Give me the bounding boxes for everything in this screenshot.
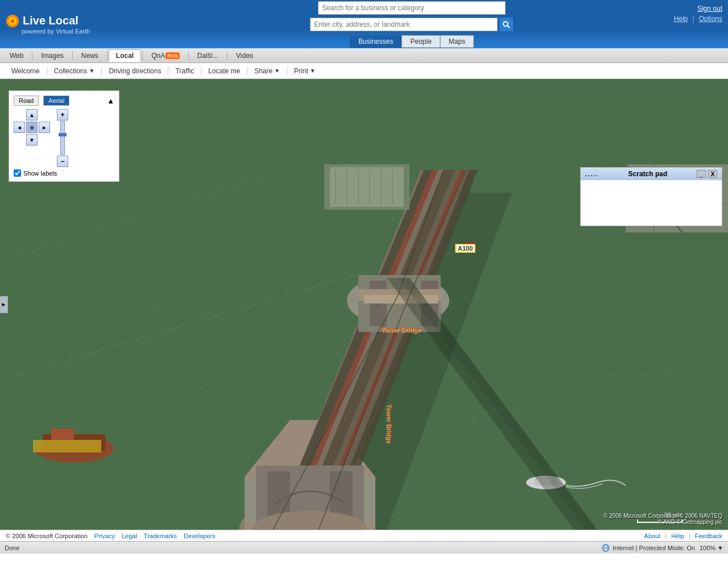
status-right: Internet | Protected Mode: On 100% ▼ [601,543,723,552]
show-labels-text: Show labels [23,170,57,177]
toolbar-collections[interactable]: Collections ▼ [48,65,101,77]
nav-controls: ▲ ◄ ⊕ ► ▼ [14,109,50,167]
show-labels-row: Show labels [14,169,114,177]
sign-area: Sign out Help | Options [674,5,722,23]
svg-line-4 [507,26,510,28]
footer-privacy-link[interactable]: Privacy [94,533,115,539]
zoom-out-button[interactable]: − [57,156,68,167]
tab-businesses[interactable]: Businesses [350,35,402,48]
search-location-input[interactable] [310,18,498,31]
options-link[interactable]: Options [699,15,722,23]
footer: © 2006 Microsoft Corporation Privacy Leg… [0,530,728,541]
toolbar-separator [287,66,287,76]
zoom-track[interactable] [60,121,65,155]
sign-out-link[interactable]: Sign out [697,5,722,13]
print-arrow-icon: ▼ [310,68,316,74]
toolbar-locate-me[interactable]: Locate me [202,65,246,77]
footer-legal-link[interactable]: Legal [122,533,137,539]
zoom-slider: + − [57,109,68,167]
globe-icon [601,543,610,552]
footer-help-link[interactable]: Help [671,533,684,539]
nav-tab-web[interactable]: Web [2,49,31,62]
nav-tab-news[interactable]: News [74,49,106,62]
copyright-line2: © AND © Getmapping plc [603,519,722,525]
nav-tab-images[interactable]: Images [34,49,71,62]
footer-developers-link[interactable]: Developers [184,533,216,539]
footer-right: About | Help | Feedback [644,533,722,539]
show-labels-checkbox[interactable] [14,169,21,177]
logo-area: Live Local powered by Virtual Earth [6,14,90,35]
scratch-pad-dots: ..... [585,171,599,177]
nav-right-button[interactable]: ► [39,122,50,133]
nav-center-button[interactable]: ⊕ [26,122,38,133]
nav-tab-video[interactable]: Video [229,49,260,62]
footer-trademarks-link[interactable]: Trademarks [144,533,177,539]
zoom-level: 100% ▼ [700,544,723,551]
search-tabs: Businesses People Maps [350,35,474,48]
toolbar-separator [201,66,201,76]
map-container[interactable]: Road Aerial ▲ ▲ ◄ ⊕ ► ▼ [0,79,728,530]
toolbar-share[interactable]: Share ▼ [249,65,286,77]
scratch-pad-minimize-button[interactable]: _ [697,170,706,178]
nav-separator [72,51,73,60]
tab-maps[interactable]: Maps [440,35,474,48]
scratch-pad-controls: _ X [697,170,717,178]
nav-separator [32,51,32,60]
share-arrow-icon: ▼ [274,68,280,74]
tab-people[interactable]: People [402,35,440,48]
help-link[interactable]: Help [674,15,688,23]
search-business-input[interactable] [318,1,506,15]
toolbar-separator [168,66,168,76]
toolbar: Welcome Collections ▼ Driving directions… [0,63,728,79]
nav-middle-row: ◄ ⊕ ► [14,122,50,133]
scratch-pad-panel: ..... Scratch pad _ X [580,167,722,226]
view-road-button[interactable]: Road [14,95,39,106]
nav-tab-qna[interactable]: QnABeta [144,49,187,62]
zoom-in-button[interactable]: + [57,109,68,120]
copyright-line1: © 2006 Microsoft Corporation © 2006 NAVT… [603,513,722,519]
browser-statusbar: Done Internet | Protected Mode: On 100% … [0,541,728,554]
svg-rect-46 [33,440,101,452]
view-aerial-button[interactable]: Aerial [43,95,69,106]
internet-zone-text: Internet | Protected Mode: On [613,544,695,551]
svg-point-3 [503,22,508,26]
toolbar-driving-directions[interactable]: Driving directions [103,65,167,77]
toolbar-print[interactable]: Print ▼ [288,65,321,77]
footer-copyright: © 2006 Microsoft Corporation [6,533,88,539]
nav-separator [107,51,107,60]
zoom-thumb[interactable] [59,133,67,136]
scratch-pad-body[interactable] [581,180,722,226]
nav-tab-dalsi[interactable]: Další... [190,49,226,62]
side-expand-button[interactable]: ► [0,296,8,313]
zoom-level-text: 100% [700,544,715,551]
nav-left-button[interactable]: ◄ [14,122,25,133]
toolbar-traffic[interactable]: Traffic [169,65,200,77]
search-row [310,17,514,32]
nav-up-button[interactable]: ▲ [26,109,38,120]
beta-badge: Beta [166,52,180,59]
header: Live Local powered by Virtual Earth Busi… [0,0,728,48]
sign-links: Help | Options [674,15,722,23]
scratch-pad-header[interactable]: ..... Scratch pad _ X [581,168,722,180]
toolbar-separator [247,66,247,76]
footer-feedback-link[interactable]: Feedback [695,533,722,539]
map-controls-panel: Road Aerial ▲ ▲ ◄ ⊕ ► ▼ [9,90,119,182]
status-text: Done [5,544,601,551]
internet-zone: Internet | Protected Mode: On [601,543,695,552]
map-label-tower-bridge-2: Tower Bridge [386,404,393,443]
collections-arrow-icon: ▼ [89,68,95,74]
app-title: Live Local [23,14,78,27]
logo-icon [6,14,19,28]
search-button[interactable] [499,17,514,32]
scratch-pad-close-button[interactable]: X [708,170,717,178]
footer-about-link[interactable]: About [644,533,661,539]
nav-tab-local[interactable]: Local [109,49,141,62]
toolbar-welcome[interactable]: Welcome [6,65,46,77]
search-area: Businesses People Maps [298,1,526,48]
nav-down-button[interactable]: ▼ [26,134,38,146]
collapse-icon[interactable]: ▲ [107,97,114,105]
zoom-dropdown-icon[interactable]: ▼ [717,544,723,551]
search-icon [502,20,510,28]
nav-separator [188,51,189,60]
scratch-pad-title: Scratch pad [599,170,697,178]
